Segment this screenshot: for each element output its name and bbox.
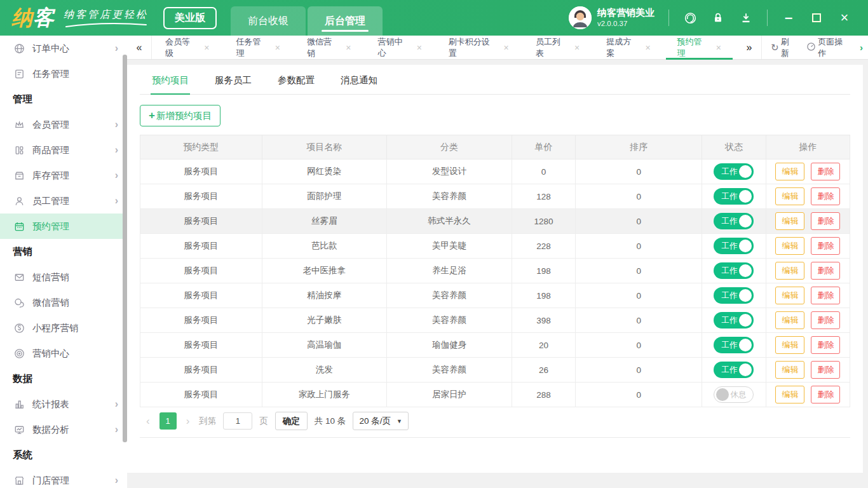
sidebar-item-wechat-marketing[interactable]: 微信营销 xyxy=(0,290,127,315)
window-maximize-button[interactable] xyxy=(810,11,824,25)
window-close-button[interactable]: × xyxy=(837,11,851,25)
close-tab-icon[interactable]: × xyxy=(204,43,209,53)
sidebar-item-staff-manage[interactable]: 员工管理 › xyxy=(0,188,127,214)
status-toggle[interactable]: 工作 xyxy=(714,163,754,180)
delete-button[interactable]: 删除 xyxy=(811,287,840,304)
sidebar-item-inventory-manage[interactable]: 库存管理 › xyxy=(0,163,127,188)
status-toggle[interactable]: 工作 xyxy=(714,238,754,254)
delete-button[interactable]: 删除 xyxy=(811,361,840,379)
sidebar-item-statistics-report[interactable]: 统计报表 › xyxy=(0,391,127,417)
tab-service-staff[interactable]: 服务员工 xyxy=(214,65,253,94)
tab-message-notify[interactable]: 消息通知 xyxy=(339,65,379,94)
sidebar-item-task-manage[interactable]: 任务管理 xyxy=(0,61,127,86)
main-scrollbar-track[interactable] xyxy=(863,60,868,488)
download-icon[interactable] xyxy=(739,11,753,25)
edit-button[interactable]: 编辑 xyxy=(775,187,804,205)
status-toggle[interactable]: 工作 xyxy=(714,312,754,329)
next-page-icon[interactable]: › xyxy=(184,415,193,428)
open-tab-wechat-marketing[interactable]: 微信营销× xyxy=(294,36,364,59)
edit-button[interactable]: 编辑 xyxy=(775,361,804,379)
cell-price: 128 xyxy=(512,184,576,209)
more-chevron-icon[interactable]: › xyxy=(860,42,863,53)
sidebar-item-data-analysis[interactable]: 数据分析 › xyxy=(0,417,127,442)
close-tab-icon[interactable]: × xyxy=(716,43,721,53)
status-toggle[interactable]: 工作 xyxy=(714,262,754,279)
sidebar-scrollbar[interactable] xyxy=(123,55,127,442)
cell-booking-type: 服务项目 xyxy=(140,283,262,308)
sidebar-item-miniapp-marketing[interactable]: 小程序营销 xyxy=(0,315,127,341)
close-tab-icon[interactable]: × xyxy=(503,43,508,53)
edit-button[interactable]: 编辑 xyxy=(775,262,804,280)
open-tab-label: 员工列表 xyxy=(536,36,567,59)
edit-button[interactable]: 编辑 xyxy=(775,336,804,354)
delete-button[interactable]: 删除 xyxy=(811,237,840,255)
open-tab-marketing-center[interactable]: 营销中心× xyxy=(364,36,435,59)
edit-button[interactable]: 编辑 xyxy=(775,287,804,304)
open-tab-label: 营销中心 xyxy=(377,36,409,59)
nav-tab-backend-manage[interactable]: 后台管理 xyxy=(308,6,383,36)
status-toggle[interactable]: 工作 xyxy=(714,337,754,353)
status-toggle[interactable]: 工作 xyxy=(714,362,754,378)
status-toggle[interactable]: 工作 xyxy=(714,213,754,229)
column-header: 分类 xyxy=(387,135,512,159)
page-size-select[interactable]: 20 条/页 ▼ xyxy=(353,412,408,430)
user-account[interactable]: 纳客营销美业 v2.0.0.37 xyxy=(569,6,654,29)
sidebar-item-member-manage[interactable]: 会员管理 › xyxy=(0,112,127,137)
prev-page-icon[interactable]: ‹ xyxy=(144,415,153,428)
edit-button[interactable]: 编辑 xyxy=(775,237,804,255)
goto-page-input[interactable] xyxy=(223,412,252,430)
sidebar-item-goods-manage[interactable]: 商品管理 › xyxy=(0,137,127,163)
delete-button[interactable]: 删除 xyxy=(811,212,840,230)
chevron-right-icon: › xyxy=(115,424,118,435)
tab-booking-items[interactable]: 预约项目 xyxy=(151,65,190,94)
delete-button[interactable]: 删除 xyxy=(811,163,840,180)
open-tab-commission-plan[interactable]: 提成方案× xyxy=(593,36,663,59)
edit-button[interactable]: 编辑 xyxy=(775,163,804,180)
refresh-button[interactable]: ↻ 刷新 xyxy=(771,36,796,59)
status-toggle[interactable]: 工作 xyxy=(714,188,754,205)
add-booking-item-button[interactable]: + 新增预约项目 xyxy=(140,105,220,126)
cell-booking-type: 服务项目 xyxy=(140,184,262,209)
lock-icon[interactable] xyxy=(711,11,725,25)
edit-button[interactable]: 编辑 xyxy=(775,311,804,329)
tabs-collapse-left-icon[interactable]: « xyxy=(127,36,152,59)
tab-parameter-config[interactable]: 参数配置 xyxy=(276,65,316,94)
open-tab-task-manage[interactable]: 任务管理× xyxy=(223,36,294,59)
customer-service-icon[interactable] xyxy=(683,11,697,25)
close-tab-icon[interactable]: × xyxy=(574,43,580,53)
sidebar-item-sms-marketing[interactable]: 短信营销 xyxy=(0,264,127,290)
delete-button[interactable]: 删除 xyxy=(811,386,840,403)
delete-button[interactable]: 删除 xyxy=(811,311,840,329)
add-button-label: 新增预约项目 xyxy=(156,110,212,122)
open-tab-member-level[interactable]: 会员等级× xyxy=(152,36,222,59)
goto-confirm-button[interactable]: 确定 xyxy=(275,412,308,430)
window-minimize-button[interactable]: – xyxy=(782,11,796,25)
close-tab-icon[interactable]: × xyxy=(417,43,422,53)
tabs-expand-right-icon[interactable]: » xyxy=(737,36,762,59)
sidebar-item-marketing-center[interactable]: 营销中心 xyxy=(0,341,127,366)
edit-button[interactable]: 编辑 xyxy=(775,386,804,403)
delete-button[interactable]: 删除 xyxy=(811,262,840,280)
status-toggle[interactable]: 休息 xyxy=(714,386,754,403)
status-toggle[interactable]: 工作 xyxy=(714,287,754,304)
page-operations-button[interactable]: 页面操作 xyxy=(806,36,850,59)
open-tab-card-points-setting[interactable]: 刷卡积分设置× xyxy=(435,36,522,59)
sidebar-item-booking-manage[interactable]: 预约管理 xyxy=(0,214,127,239)
pagination-bar: ‹ 1 › 到第 页 确定 共 10 条 20 条/页 ▼ xyxy=(140,407,850,438)
sidebar-item-label: 订单中心 xyxy=(32,43,69,55)
delete-button[interactable]: 删除 xyxy=(811,336,840,354)
sidebar-item-order-center[interactable]: 订单中心 › xyxy=(0,36,127,61)
open-tab-staff-list[interactable]: 员工列表× xyxy=(522,36,593,59)
edit-button[interactable]: 编辑 xyxy=(775,212,804,230)
topbar-divider xyxy=(767,10,768,26)
current-page-button[interactable]: 1 xyxy=(159,412,177,430)
close-tab-icon[interactable]: × xyxy=(275,43,280,53)
monitor-chart-icon xyxy=(13,423,25,436)
cell-sort: 0 xyxy=(576,234,702,259)
nav-tab-front-cashier[interactable]: 前台收银 xyxy=(231,6,306,36)
sidebar-item-store-manage[interactable]: 门店管理 › xyxy=(0,468,127,488)
close-tab-icon[interactable]: × xyxy=(645,43,650,53)
delete-button[interactable]: 删除 xyxy=(811,187,840,205)
close-tab-icon[interactable]: × xyxy=(346,43,351,53)
open-tab-booking-manage[interactable]: 预约管理× xyxy=(664,36,735,59)
